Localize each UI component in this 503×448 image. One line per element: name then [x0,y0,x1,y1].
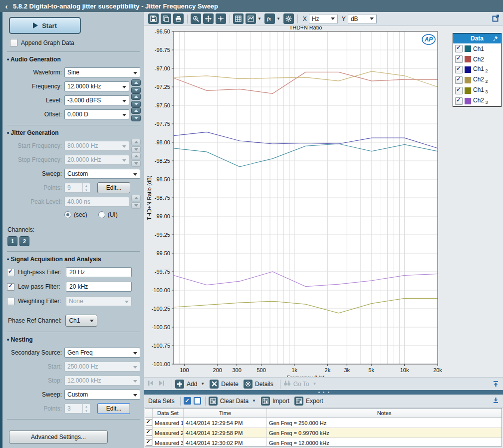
panel-splitter[interactable] [144,390,503,395]
back-icon[interactable]: ‹ [0,2,13,10]
table-header-check [145,409,153,418]
low-pass-filter-checkbox[interactable] [7,283,14,291]
step-down-button [131,202,141,209]
table-row[interactable]: Measured 24/14/2014 12:29:58 PMGen Freq … [145,428,502,438]
table-row[interactable]: Measured 34/14/2014 12:30:02 PMGen Freq … [145,438,502,447]
legend-checkbox[interactable] [455,87,463,94]
legend-item: Ch1 2 [453,64,501,75]
cursor-icon[interactable] [216,13,226,24]
high-pass-filter-input[interactable]: 20 Hz [66,267,132,277]
table-header-data-set[interactable]: Data Set [153,409,184,418]
svg-text:20k: 20k [433,367,442,373]
level-combo[interactable]: -3.000 dBFS [64,95,129,105]
graph-settings-icon[interactable] [283,13,294,24]
radio-sec[interactable]: (sec) [64,211,87,218]
legend-checkbox[interactable] [455,66,463,73]
table-header-notes[interactable]: Notes [267,409,502,418]
low-pass-filter-input[interactable]: 20 kHz [66,282,132,292]
y-axis-units-select[interactable]: dB [348,14,377,24]
dock-panel-down-icon[interactable] [493,397,499,405]
chevron-down-icon [133,173,137,176]
high-pass-filter-checkbox[interactable] [7,269,14,276]
jitter-units-radio-group: (sec) (UI) [64,210,141,219]
legend-item: Ch1 [453,43,501,54]
data-set-cell: Measured 3 [153,438,184,447]
copy-graph-icon[interactable] [161,13,171,24]
table-header-time[interactable]: Time [184,409,267,418]
phase-ref-channel-label: Phase Ref Channel: [8,317,61,324]
step-up-button[interactable] [131,79,141,86]
row-checkbox[interactable] [146,440,152,446]
legend-checkbox[interactable] [455,45,463,52]
zoom-icon[interactable] [191,13,201,24]
legend-header[interactable]: Data [453,33,501,43]
table-row[interactable]: Measured 14/14/2014 12:29:54 PMGen Freq … [145,418,502,428]
secondary-source-select[interactable]: Gen Freq [64,348,140,358]
row-checkbox[interactable] [146,420,152,426]
trace-style-icon[interactable] [246,13,256,24]
fx-function-icon[interactable]: fx [264,13,275,24]
pushpin-icon[interactable] [493,35,499,43]
go-first-icon [147,380,155,388]
step-up-button[interactable] [131,93,141,100]
sweep-select[interactable]: Custom [64,169,140,179]
save-graph-icon[interactable] [148,13,159,24]
append-graph-data-row: Append Graph Data [10,39,141,46]
collapse-panel-up-icon[interactable] [493,381,499,389]
export-button[interactable]: Export [294,397,323,406]
pan-icon[interactable] [203,13,214,24]
chevron-down-icon [133,352,137,355]
step-up-button [131,139,141,145]
details-button[interactable]: Details [244,380,273,389]
phase-ref-channel-select[interactable]: Ch1 [65,315,97,327]
thdn-ratio-chart[interactable]: -96.50-96.75-97.00-97.25-97.50-97.75-98.… [144,26,503,377]
append-graph-data-checkbox[interactable] [10,39,17,46]
uncheck-all-icon[interactable] [194,397,201,405]
channels-label: Channels: [7,226,141,233]
title-bar: ‹ 5.8.2 Digital-to-analog jitter suscept… [0,0,503,12]
channel-2-button[interactable]: 2 [19,236,29,246]
weighting-filter-checkbox[interactable] [7,298,14,305]
svg-text:-98.50: -98.50 [155,176,170,182]
row-checkbox[interactable] [146,430,152,436]
step-down-button[interactable] [131,87,141,93]
legend-checkbox[interactable] [455,76,463,84]
legend-checkbox[interactable] [455,97,463,105]
channel-1-button[interactable]: 1 [7,236,17,246]
step-down-button[interactable] [131,101,141,107]
channel-buttons: 1 2 [7,236,141,246]
grid-icon[interactable] [233,13,244,24]
edit-nesting-points-button[interactable]: Edit... [97,403,130,414]
chevron-down-icon [122,86,126,88]
step-down-button[interactable] [131,115,141,121]
time-cell: 4/14/2014 12:29:58 PM [184,428,267,438]
import-button[interactable]: Import [261,397,289,406]
plus-icon [175,380,184,389]
add-button[interactable]: Add ▼ [175,380,205,389]
open-new-window-icon[interactable] [492,14,500,23]
frequency-combo[interactable]: 12.0000 kHz [64,81,129,91]
delete-button[interactable]: Delete [210,380,239,389]
start-button[interactable]: Start [9,17,81,34]
nesting-stop-label: Stop: [6,377,62,384]
print-graph-icon[interactable] [173,13,184,24]
nesting-sweep-select[interactable]: Custom [64,390,140,400]
series-color-swatch [465,66,471,73]
points-stepper: ▲▼ [82,183,90,192]
radio-ui[interactable]: (UI) [98,211,118,218]
legend-item: Ch1 3 [453,85,501,96]
clear-data-button[interactable]: Clear Data ▼ [209,397,256,406]
data-legend: Data Ch1Ch2Ch1 2Ch2 2Ch1 3Ch2 3 [453,33,502,107]
offset-combo[interactable]: 0.000 D [64,109,129,119]
chevron-down-icon[interactable]: ▼ [257,16,261,21]
check-all-icon[interactable]: ✓ [184,397,191,405]
chevron-down-icon[interactable]: ▼ [276,16,280,21]
edit-points-button[interactable]: Edit... [97,182,130,193]
step-up-button[interactable] [131,107,141,114]
chevron-down-icon: ▼ [201,382,205,386]
waveform-select[interactable]: Sine [64,67,140,77]
x-axis-units-select[interactable]: Hz [309,14,338,24]
advanced-settings-button[interactable]: Advanced Settings... [9,431,108,444]
stop-frequency-combo: 20.0000 kHz [64,155,129,165]
legend-checkbox[interactable] [455,55,463,63]
